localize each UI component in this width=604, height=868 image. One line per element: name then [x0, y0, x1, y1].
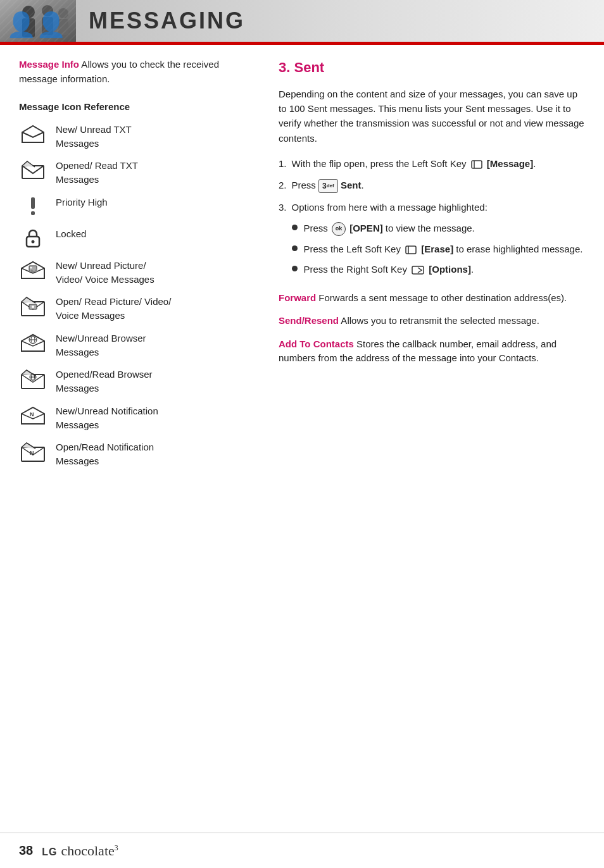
step-3: 3. Options from here with a message high… — [279, 201, 585, 283]
new-unread-picture-icon — [19, 259, 47, 282]
intro-block: Message Info Allows you to check the rec… — [19, 58, 260, 86]
page-wrapper: MESSAGING Message Info Allows you to che… — [0, 0, 604, 868]
section-title: Sent — [294, 59, 324, 75]
list-item: New/ Unread Picture/Video/ Voice Message… — [19, 259, 260, 287]
bullet-item-options: Press the Right Soft Key [Options]. — [292, 263, 583, 277]
list-item: Opened/Read BrowserMessages — [19, 368, 260, 395]
forward-label: Forward — [279, 292, 316, 303]
priority-high-svg — [25, 196, 41, 218]
icon-desc-open-notification: Open/Read NotificationMessages — [56, 440, 154, 468]
lock-svg — [23, 228, 42, 249]
open-key-label: [OPEN] — [349, 223, 383, 233]
priority-high-icon — [19, 195, 47, 218]
bullet-item-open: Press ok [OPEN] to view the message. — [292, 221, 583, 236]
bullet-item-erase: Press the Left Soft Key [Erase] to erase… — [292, 242, 583, 257]
icon-desc-opened-browser: Opened/Read BrowserMessages — [56, 368, 153, 395]
intro-label: Message Info — [19, 59, 79, 70]
svg-rect-3 — [22, 18, 35, 37]
add-to-contacts-label: Add To Contacts — [279, 338, 354, 349]
envelope-open-icon — [21, 125, 45, 144]
svg-point-4 — [42, 5, 53, 16]
step-text-3: Options from here with a message highlig… — [292, 201, 583, 283]
list-item: New/ Unread TXTMessages — [19, 123, 260, 151]
icon-desc-open-picture: Open/ Read Picture/ Video/Voice Messages — [56, 295, 171, 323]
list-item: New/Unread BrowserMessages — [19, 332, 260, 359]
svg-point-6 — [58, 8, 68, 18]
bullet-text-erase: Press the Left Soft Key [Erase] to erase… — [304, 242, 583, 257]
numbered-list: 1. With the flip open, press the Left So… — [279, 157, 585, 283]
bullet-list: Press ok [OPEN] to view the message. — [292, 221, 583, 277]
step-2: 2. Press 3def Sent. — [279, 178, 585, 193]
opened-read-browser-icon — [19, 368, 47, 390]
list-item: Locked — [19, 227, 260, 250]
step-key-1: [Message] — [487, 158, 533, 169]
left-softkey-2-icon — [405, 244, 417, 256]
svg-point-13 — [32, 240, 35, 243]
forward-block: Forward Forwards a sent message to other… — [279, 291, 585, 306]
svg-text:N: N — [30, 450, 34, 456]
bullet-text-options: Press the Right Soft Key [Options]. — [304, 263, 474, 277]
right-column: 3. Sent Depending on the content and siz… — [279, 58, 585, 477]
svg-rect-34 — [406, 246, 416, 254]
svg-point-19 — [32, 306, 34, 308]
ok-button-icon: ok — [332, 222, 346, 236]
footer-page-number: 38 — [19, 841, 33, 860]
opened-read-txt-icon — [19, 159, 47, 182]
bullet-dot — [292, 225, 298, 230]
icon-desc-locked: Locked — [56, 227, 86, 241]
icon-desc-priority-high: Priority High — [56, 195, 108, 209]
header-background-svg — [0, 0, 76, 42]
step-key-2: Sent — [341, 180, 362, 190]
header-image — [0, 0, 76, 42]
svg-text:N: N — [30, 411, 34, 418]
envelope-closed-icon — [21, 161, 45, 180]
bullet-dot — [292, 266, 298, 271]
footer-logo: LG chocolate3 — [42, 841, 118, 861]
section-intro: Depending on the content and size of you… — [279, 87, 585, 146]
notification-open-svg: N — [20, 441, 46, 462]
forward-text: Forwards a sent message to other destina… — [316, 292, 567, 303]
bullet-dot — [292, 245, 298, 251]
svg-rect-1 — [0, 0, 76, 42]
step-num-3: 3. — [279, 201, 287, 283]
browser-open-svg — [20, 368, 46, 390]
open-read-notification-icon: N — [19, 440, 47, 463]
icon-desc-opened-txt: Opened/ Read TXTMessages — [56, 159, 138, 187]
browser-new-svg — [20, 332, 46, 354]
new-unread-notification-icon: N — [19, 404, 47, 427]
svg-rect-11 — [31, 211, 35, 215]
section-heading: 3. Sent — [279, 58, 585, 78]
erase-key-label: [Erase] — [421, 244, 453, 254]
options-key-label: [Options] — [429, 264, 471, 275]
picture-video-new-svg — [20, 259, 46, 281]
right-softkey-icon — [412, 264, 424, 276]
send-resend-label: Send/Resend — [279, 315, 339, 326]
icon-desc-new-notification: New/Unread NotificationMessages — [56, 404, 158, 432]
main-content: Message Info Allows you to check the rec… — [0, 45, 604, 490]
send-resend-text: Allows you to retransmit the selected me… — [339, 315, 539, 326]
left-column: Message Info Allows you to check the rec… — [19, 58, 260, 477]
svg-rect-10 — [31, 197, 35, 209]
footer-brand-sup: 3 — [115, 843, 118, 852]
picture-video-open-svg — [20, 295, 46, 317]
new-unread-browser-icon — [19, 332, 47, 354]
list-item: N New/Unread NotificationMessages — [19, 404, 260, 432]
step-1: 1. With the flip open, press the Left So… — [279, 157, 585, 171]
footer-lg-text: LG — [42, 845, 57, 859]
svg-point-2 — [22, 6, 35, 18]
add-to-contacts-block: Add To Contacts Stores the callback numb… — [279, 337, 585, 366]
svg-rect-32 — [472, 161, 482, 168]
list-item: Open/ Read Picture/ Video/Voice Messages — [19, 295, 260, 323]
page-footer: 38 LG chocolate3 — [0, 833, 604, 868]
icon-list: New/ Unread TXTMessages Opened/ Read TXT… — [19, 123, 260, 468]
open-read-picture-icon — [19, 295, 47, 318]
icon-desc-new-browser: New/Unread BrowserMessages — [56, 332, 146, 359]
key-3def: 3def — [318, 179, 338, 193]
locked-icon — [19, 227, 47, 250]
page-header: MESSAGING — [0, 0, 604, 43]
list-item: Opened/ Read TXTMessages — [19, 159, 260, 187]
step-text-2: Press 3def Sent. — [292, 178, 364, 193]
page-title: MESSAGING — [76, 4, 245, 37]
list-item: Priority High — [19, 195, 260, 218]
icon-ref-heading: Message Icon Reference — [19, 100, 260, 114]
